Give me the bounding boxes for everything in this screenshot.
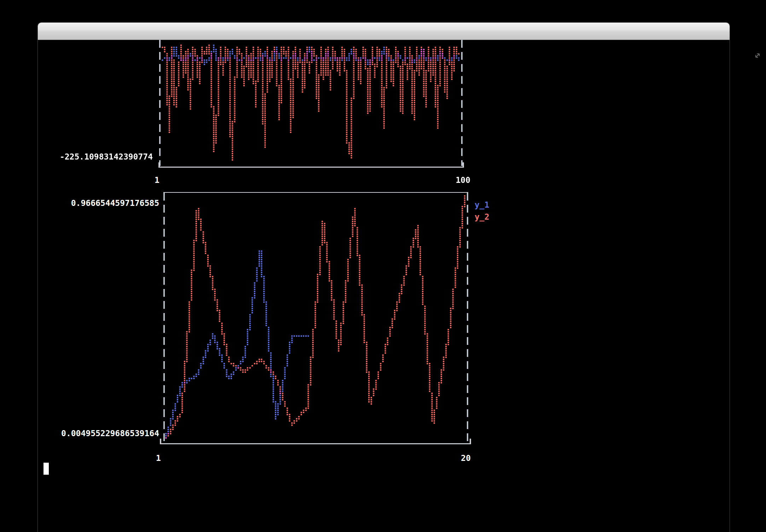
screen: 2. julia -225.10983142390774 1 100 0.966…	[0, 0, 766, 532]
terminal-cursor	[43, 463, 49, 475]
title-bar[interactable]: 2. julia	[38, 23, 730, 40]
legend-entry-y2: y_2	[475, 212, 489, 222]
resize-arrows-icon[interactable]	[753, 51, 762, 60]
bottom-plot-corner	[470, 439, 471, 444]
bottom-plot-bottom-border	[160, 443, 471, 444]
top-plot-bottom-border	[158, 167, 464, 168]
top-y-min-label: -225.10983142390774	[35, 152, 153, 162]
bottom-y-max-label: 0.9666544597176585	[42, 198, 159, 208]
top-x-max-label: 100	[435, 175, 470, 185]
bottom-y-min-label: 0.004955229686539164	[42, 429, 159, 438]
bottom-plot-corner	[160, 439, 161, 444]
bottom-plot-right-border	[467, 193, 468, 443]
top-plot-corner	[463, 162, 464, 167]
bottom-plot-top-border	[163, 192, 468, 193]
bottom-x-max-label: 20	[435, 453, 471, 463]
top-plot-right-border	[461, 40, 463, 166]
top-plot-corner	[158, 162, 160, 167]
top-x-min-label: 1	[155, 175, 159, 185]
top-plot-left-border	[159, 40, 161, 166]
bottom-chart-canvas	[165, 193, 466, 443]
bottom-x-min-label: 1	[156, 453, 161, 463]
legend-entry-y1: y_1	[475, 200, 489, 210]
bottom-plot-left-border	[163, 193, 165, 443]
top-chart-canvas	[161, 40, 460, 167]
